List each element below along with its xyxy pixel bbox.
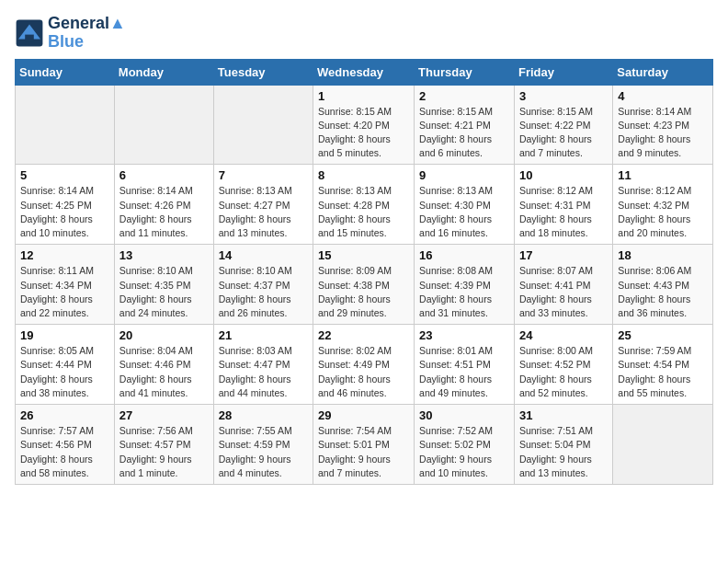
logo: General▲ Blue bbox=[15, 15, 126, 52]
day-number: 24 bbox=[519, 328, 608, 342]
day-cell: 16Sunrise: 8:08 AM Sunset: 4:39 PM Dayli… bbox=[415, 245, 515, 325]
day-number: 27 bbox=[119, 408, 209, 422]
page-header: General▲ Blue bbox=[15, 15, 713, 52]
weekday-header-saturday: Saturday bbox=[613, 59, 713, 85]
day-number: 3 bbox=[519, 89, 608, 103]
day-number: 19 bbox=[20, 328, 109, 342]
day-info: Sunrise: 8:05 AM Sunset: 4:44 PM Dayligh… bbox=[20, 344, 109, 400]
weekday-header-monday: Monday bbox=[114, 59, 213, 85]
day-cell bbox=[114, 85, 213, 165]
day-cell bbox=[16, 85, 115, 165]
day-info: Sunrise: 8:11 AM Sunset: 4:34 PM Dayligh… bbox=[20, 264, 109, 320]
day-number: 18 bbox=[618, 248, 708, 262]
day-cell: 5Sunrise: 8:14 AM Sunset: 4:25 PM Daylig… bbox=[16, 165, 115, 245]
week-row-4: 19Sunrise: 8:05 AM Sunset: 4:44 PM Dayli… bbox=[16, 325, 713, 405]
day-cell: 31Sunrise: 7:51 AM Sunset: 5:04 PM Dayli… bbox=[514, 405, 612, 485]
day-info: Sunrise: 7:56 AM Sunset: 4:57 PM Dayligh… bbox=[119, 424, 209, 480]
day-cell: 29Sunrise: 7:54 AM Sunset: 5:01 PM Dayli… bbox=[313, 405, 415, 485]
day-cell: 1Sunrise: 8:15 AM Sunset: 4:20 PM Daylig… bbox=[313, 85, 415, 165]
weekday-header-thursday: Thursday bbox=[415, 59, 515, 85]
day-info: Sunrise: 8:04 AM Sunset: 4:46 PM Dayligh… bbox=[119, 344, 209, 400]
day-info: Sunrise: 8:14 AM Sunset: 4:23 PM Dayligh… bbox=[618, 105, 708, 161]
day-cell: 13Sunrise: 8:10 AM Sunset: 4:35 PM Dayli… bbox=[114, 245, 213, 325]
day-number: 17 bbox=[519, 248, 608, 262]
day-cell: 8Sunrise: 8:13 AM Sunset: 4:28 PM Daylig… bbox=[313, 165, 415, 245]
day-cell: 22Sunrise: 8:02 AM Sunset: 4:49 PM Dayli… bbox=[313, 325, 415, 405]
day-number: 29 bbox=[318, 408, 409, 422]
day-cell: 11Sunrise: 8:12 AM Sunset: 4:32 PM Dayli… bbox=[613, 165, 713, 245]
day-info: Sunrise: 7:54 AM Sunset: 5:01 PM Dayligh… bbox=[318, 424, 409, 480]
day-cell: 30Sunrise: 7:52 AM Sunset: 5:02 PM Dayli… bbox=[415, 405, 515, 485]
day-cell: 7Sunrise: 8:13 AM Sunset: 4:27 PM Daylig… bbox=[213, 165, 313, 245]
day-info: Sunrise: 8:13 AM Sunset: 4:28 PM Dayligh… bbox=[318, 184, 409, 240]
calendar-table: SundayMondayTuesdayWednesdayThursdayFrid… bbox=[15, 59, 713, 485]
day-info: Sunrise: 8:14 AM Sunset: 4:25 PM Dayligh… bbox=[20, 184, 109, 240]
day-number: 22 bbox=[318, 328, 409, 342]
day-number: 5 bbox=[20, 168, 109, 182]
day-number: 25 bbox=[618, 328, 708, 342]
day-cell: 6Sunrise: 8:14 AM Sunset: 4:26 PM Daylig… bbox=[114, 165, 213, 245]
day-cell bbox=[213, 85, 313, 165]
calendar-body: 1Sunrise: 8:15 AM Sunset: 4:20 PM Daylig… bbox=[16, 85, 713, 484]
day-cell: 19Sunrise: 8:05 AM Sunset: 4:44 PM Dayli… bbox=[16, 325, 115, 405]
svg-rect-2 bbox=[25, 34, 34, 41]
weekday-header-friday: Friday bbox=[514, 59, 612, 85]
logo-text: General▲ Blue bbox=[48, 15, 126, 52]
day-number: 12 bbox=[20, 248, 109, 262]
week-row-1: 1Sunrise: 8:15 AM Sunset: 4:20 PM Daylig… bbox=[16, 85, 713, 165]
day-cell: 3Sunrise: 8:15 AM Sunset: 4:22 PM Daylig… bbox=[514, 85, 612, 165]
day-info: Sunrise: 8:13 AM Sunset: 4:27 PM Dayligh… bbox=[219, 184, 308, 240]
day-number: 20 bbox=[119, 328, 209, 342]
day-number: 4 bbox=[618, 89, 708, 103]
day-cell: 23Sunrise: 8:01 AM Sunset: 4:51 PM Dayli… bbox=[415, 325, 515, 405]
day-info: Sunrise: 8:06 AM Sunset: 4:43 PM Dayligh… bbox=[618, 264, 708, 320]
day-number: 13 bbox=[119, 248, 209, 262]
weekday-header-wednesday: Wednesday bbox=[313, 59, 415, 85]
day-cell: 27Sunrise: 7:56 AM Sunset: 4:57 PM Dayli… bbox=[114, 405, 213, 485]
day-number: 6 bbox=[119, 168, 209, 182]
day-info: Sunrise: 8:08 AM Sunset: 4:39 PM Dayligh… bbox=[419, 264, 509, 320]
day-number: 9 bbox=[419, 168, 509, 182]
day-info: Sunrise: 8:13 AM Sunset: 4:30 PM Dayligh… bbox=[419, 184, 509, 240]
day-number: 26 bbox=[20, 408, 109, 422]
day-info: Sunrise: 8:10 AM Sunset: 4:37 PM Dayligh… bbox=[219, 264, 308, 320]
week-row-5: 26Sunrise: 7:57 AM Sunset: 4:56 PM Dayli… bbox=[16, 405, 713, 485]
week-row-2: 5Sunrise: 8:14 AM Sunset: 4:25 PM Daylig… bbox=[16, 165, 713, 245]
day-info: Sunrise: 8:15 AM Sunset: 4:21 PM Dayligh… bbox=[419, 105, 509, 161]
day-number: 31 bbox=[519, 408, 608, 422]
day-cell: 25Sunrise: 7:59 AM Sunset: 4:54 PM Dayli… bbox=[613, 325, 713, 405]
day-info: Sunrise: 8:15 AM Sunset: 4:22 PM Dayligh… bbox=[519, 105, 608, 161]
day-number: 14 bbox=[219, 248, 308, 262]
day-number: 7 bbox=[219, 168, 308, 182]
day-cell: 14Sunrise: 8:10 AM Sunset: 4:37 PM Dayli… bbox=[213, 245, 313, 325]
logo-icon bbox=[15, 18, 44, 48]
day-cell: 10Sunrise: 8:12 AM Sunset: 4:31 PM Dayli… bbox=[514, 165, 612, 245]
day-number: 23 bbox=[419, 328, 509, 342]
day-number: 16 bbox=[419, 248, 509, 262]
day-cell: 9Sunrise: 8:13 AM Sunset: 4:30 PM Daylig… bbox=[415, 165, 515, 245]
day-info: Sunrise: 7:52 AM Sunset: 5:02 PM Dayligh… bbox=[419, 424, 509, 480]
day-cell: 26Sunrise: 7:57 AM Sunset: 4:56 PM Dayli… bbox=[16, 405, 115, 485]
day-info: Sunrise: 8:00 AM Sunset: 4:52 PM Dayligh… bbox=[519, 344, 608, 400]
day-info: Sunrise: 8:03 AM Sunset: 4:47 PM Dayligh… bbox=[219, 344, 308, 400]
weekday-header-row: SundayMondayTuesdayWednesdayThursdayFrid… bbox=[16, 59, 713, 85]
day-number: 11 bbox=[618, 168, 708, 182]
day-cell: 20Sunrise: 8:04 AM Sunset: 4:46 PM Dayli… bbox=[114, 325, 213, 405]
day-number: 2 bbox=[419, 89, 509, 103]
day-info: Sunrise: 7:55 AM Sunset: 4:59 PM Dayligh… bbox=[219, 424, 308, 480]
day-number: 1 bbox=[318, 89, 409, 103]
day-number: 15 bbox=[318, 248, 409, 262]
day-cell: 15Sunrise: 8:09 AM Sunset: 4:38 PM Dayli… bbox=[313, 245, 415, 325]
day-info: Sunrise: 7:59 AM Sunset: 4:54 PM Dayligh… bbox=[618, 344, 708, 400]
day-cell: 28Sunrise: 7:55 AM Sunset: 4:59 PM Dayli… bbox=[213, 405, 313, 485]
day-info: Sunrise: 8:14 AM Sunset: 4:26 PM Dayligh… bbox=[119, 184, 209, 240]
day-cell: 12Sunrise: 8:11 AM Sunset: 4:34 PM Dayli… bbox=[16, 245, 115, 325]
day-info: Sunrise: 7:57 AM Sunset: 4:56 PM Dayligh… bbox=[20, 424, 109, 480]
day-info: Sunrise: 8:12 AM Sunset: 4:31 PM Dayligh… bbox=[519, 184, 608, 240]
day-cell: 17Sunrise: 8:07 AM Sunset: 4:41 PM Dayli… bbox=[514, 245, 612, 325]
day-info: Sunrise: 8:10 AM Sunset: 4:35 PM Dayligh… bbox=[119, 264, 209, 320]
day-number: 30 bbox=[419, 408, 509, 422]
weekday-header-tuesday: Tuesday bbox=[213, 59, 313, 85]
day-info: Sunrise: 8:07 AM Sunset: 4:41 PM Dayligh… bbox=[519, 264, 608, 320]
day-cell: 24Sunrise: 8:00 AM Sunset: 4:52 PM Dayli… bbox=[514, 325, 612, 405]
